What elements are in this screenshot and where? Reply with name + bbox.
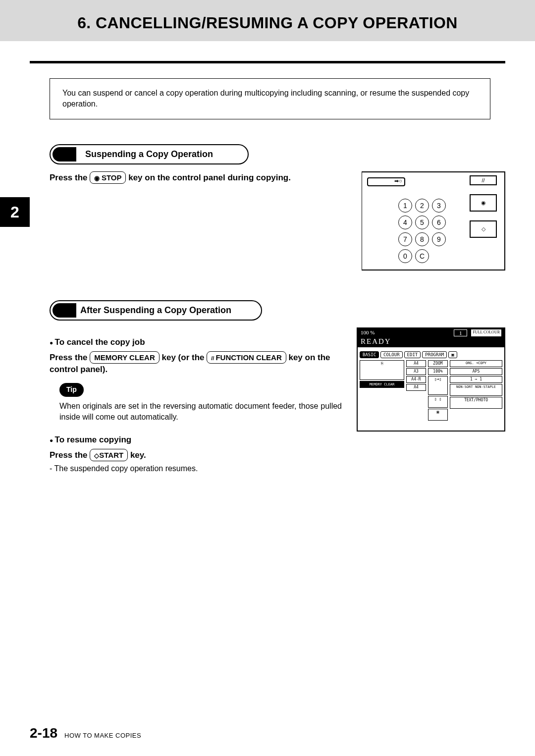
stop-button-icon: ◉ [470,194,497,212]
lcd-finish-icon: ▯ ▯ [428,396,448,408]
keypad-9: 9 [432,232,446,246]
lcd-percent: 100 % [361,329,374,336]
lcd-mode: FULL COLOUR [471,329,501,336]
cancel-heading: To cancel the copy job [50,336,342,348]
start-button-icon: ◇ [470,220,497,238]
lcd-tab-basic: BASIC [360,351,379,358]
lcd-tray-icon: ⎘ [360,360,404,380]
section-heading-after: After Suspending a Copy Operation [50,300,262,321]
lcd-tab-colour: COLOUR [380,351,403,358]
keypad-8: 8 [415,232,429,246]
keypad-3: 3 [432,199,446,213]
keypad-c: C [415,249,429,263]
lcd-tab-program: PROGRAM [422,351,447,358]
lcd-screen-illustration: 100 % 1 FULL COLOUR READY BASIC COLOUR E… [357,327,505,432]
lcd-text: TEXT/PHOTO [450,397,502,409]
page-number: 2-18 [30,725,57,741]
page-title: 6. CANCELLING/RESUMING A COPY OPERATION [0,14,535,32]
keypad-2: 2 [415,199,429,213]
lcd-dup: 1 → 1 [450,376,502,383]
lcd-zoom-val: 100% [428,368,448,375]
functionclear-key: FUNCTION CLEAR [207,351,286,364]
chapter-label: HOW TO MAKE COPIES [64,732,141,739]
keypad-6: 6 [432,216,446,229]
lcd-tab-extra: ▣ [448,351,457,358]
keypad-7: 7 [398,232,412,246]
lcd-tab-edit: EDIT [404,351,421,358]
tip-badge: Tip [59,383,84,397]
lcd-ready: READY [358,337,504,347]
suspend-instruction: Press the STOP key on the control panel … [50,171,347,270]
keypad-5: 5 [415,216,429,229]
stop-key: STOP [90,171,126,184]
keypad-1: 1 [398,199,412,213]
lcd-aps: APS [450,368,502,375]
lcd-tray-a4a: A4 [406,360,426,367]
lcd-memclear: MEMORY CLEAR [360,381,404,388]
lcd-org-label: ORG. ➜COPY [450,360,502,367]
keypad-4: 4 [398,216,412,229]
lcd-zoom-label: ZOOM [428,360,448,367]
section-heading-suspend: Suspending a Copy Operation [50,144,249,164]
lcd-sort: NON-SORT NON-STAPLE [450,384,502,396]
lcd-tray-a4b: A4 [406,384,426,391]
tip-text: When originals are set in the reversing … [59,401,342,423]
footer: 2-18 HOW TO MAKE COPIES [30,725,141,741]
control-panel-illustration: 1 2 3 4 5 6 7 8 9 0 [362,171,505,270]
keypad-0: 0 [398,249,412,263]
lcd-tray-a3: A3 [406,368,426,375]
resume-heading: To resume copying [50,434,342,446]
funcclear-button-icon: // [470,175,497,185]
intro-text: You can suspend or cancel a copy operati… [50,78,490,119]
lcd-tray-a4r: A4-R [406,376,426,383]
resume-note: - The suspended copy operation resumes. [50,463,342,474]
lcd-count: 1 [454,329,468,336]
header-band: 6. CANCELLING/RESUMING A COPY OPERATION [0,0,535,41]
lcd-duplex-icon: ▯➜▯ [428,376,448,395]
chapter-tab: 2 [0,197,30,227]
lcd-image-icon: ▣ [428,409,448,421]
start-key: START [90,449,128,461]
divider [30,61,505,63]
memoryclear-key: MEMORY CLEAR [90,351,160,364]
